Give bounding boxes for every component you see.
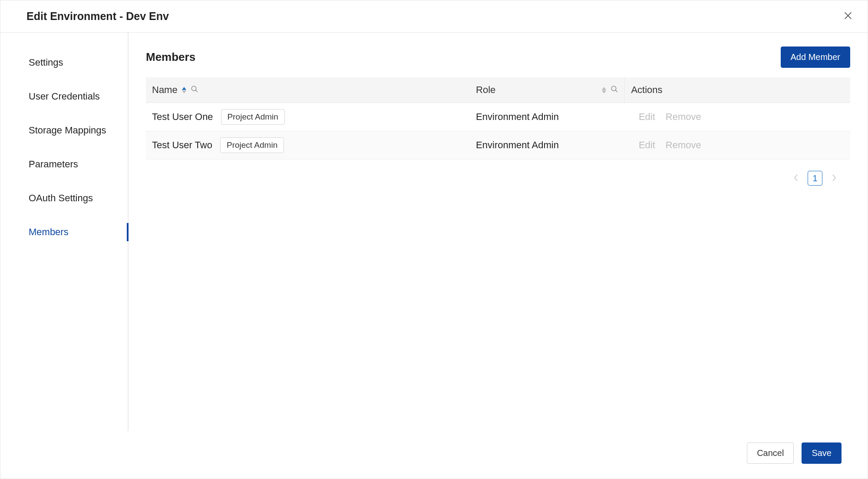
modal-header: Edit Environment - Dev Env xyxy=(0,0,868,33)
edit-link[interactable]: Edit xyxy=(639,111,655,123)
sort-icon[interactable] xyxy=(602,87,606,93)
svg-marker-2 xyxy=(182,87,186,90)
svg-line-5 xyxy=(195,90,198,92)
svg-point-4 xyxy=(191,86,196,91)
sort-icon[interactable] xyxy=(182,87,186,93)
edit-link[interactable]: Edit xyxy=(639,140,655,151)
table-header-row: Name xyxy=(146,77,850,103)
svg-marker-3 xyxy=(182,90,186,93)
member-role: Environment Admin xyxy=(470,103,625,131)
modal-body: Settings User Credentials Storage Mappin… xyxy=(0,33,868,431)
column-header-name-label: Name xyxy=(152,84,178,96)
modal-footer: Cancel Save xyxy=(0,431,868,479)
sidebar-item-storage-mappings[interactable]: Storage Mappings xyxy=(29,113,128,147)
add-member-button[interactable]: Add Member xyxy=(781,47,851,68)
pagination-prev[interactable] xyxy=(789,171,803,186)
close-icon xyxy=(843,11,853,22)
svg-marker-6 xyxy=(602,87,606,90)
sidebar-item-user-credentials[interactable]: User Credentials xyxy=(29,80,128,113)
modal-title: Edit Environment - Dev Env xyxy=(26,10,169,23)
member-chip: Project Admin xyxy=(221,109,285,125)
sidebar-item-oauth-settings[interactable]: OAuth Settings xyxy=(29,181,128,215)
pagination: 1 xyxy=(146,171,850,186)
search-icon[interactable] xyxy=(191,84,198,96)
members-table: Name xyxy=(146,77,850,160)
close-button[interactable] xyxy=(841,8,855,24)
column-header-actions-label: Actions xyxy=(631,84,662,96)
search-icon[interactable] xyxy=(611,84,618,96)
column-header-name[interactable]: Name xyxy=(146,77,470,103)
edit-environment-modal: Edit Environment - Dev Env Settings User… xyxy=(0,0,868,479)
sidebar-item-parameters[interactable]: Parameters xyxy=(29,147,128,181)
member-chip: Project Admin xyxy=(220,137,284,153)
member-role: Environment Admin xyxy=(470,131,625,160)
pagination-page-1[interactable]: 1 xyxy=(808,171,822,186)
member-name: Test User One xyxy=(152,111,213,123)
chevron-right-icon xyxy=(832,173,836,183)
svg-marker-7 xyxy=(602,90,606,93)
main-header: Members Add Member xyxy=(146,47,850,68)
column-header-role[interactable]: Role xyxy=(470,77,625,103)
remove-link[interactable]: Remove xyxy=(666,111,701,123)
sidebar-item-settings[interactable]: Settings xyxy=(29,46,128,80)
remove-link[interactable]: Remove xyxy=(666,140,701,151)
member-name: Test User Two xyxy=(152,140,212,151)
svg-line-9 xyxy=(616,90,618,92)
table-row: Test User Two Project Admin Environment … xyxy=(146,131,850,160)
chevron-left-icon xyxy=(794,173,798,183)
column-header-role-label: Role xyxy=(476,84,495,96)
section-title: Members xyxy=(146,50,195,64)
svg-point-8 xyxy=(612,86,617,91)
save-button[interactable]: Save xyxy=(802,442,842,464)
pagination-next[interactable] xyxy=(827,171,842,186)
table-row: Test User One Project Admin Environment … xyxy=(146,103,850,131)
sidebar-item-members[interactable]: Members xyxy=(29,215,128,249)
sidebar: Settings User Credentials Storage Mappin… xyxy=(0,33,129,431)
cancel-button[interactable]: Cancel xyxy=(747,442,794,464)
main-panel: Members Add Member Name xyxy=(129,33,868,431)
column-header-actions: Actions xyxy=(625,77,850,103)
